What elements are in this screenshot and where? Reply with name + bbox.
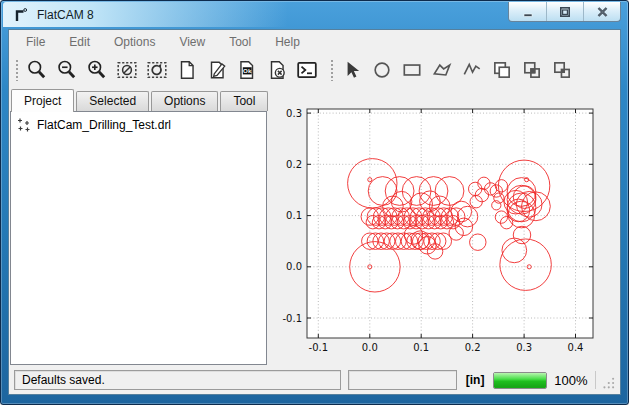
add-path-button[interactable] bbox=[457, 56, 487, 84]
plot-svg: -0.10.00.10.20.30.4-0.10.00.10.20.3 bbox=[271, 88, 618, 364]
status-bar: Defaults saved. [in] 100% bbox=[9, 367, 620, 394]
svg-text:0.3: 0.3 bbox=[516, 342, 532, 353]
clear-plot-button[interactable] bbox=[112, 56, 142, 84]
title-bar[interactable]: FlatCAM 8 bbox=[3, 2, 626, 29]
shell-icon bbox=[296, 59, 318, 81]
new-geometry-button[interactable] bbox=[172, 56, 202, 84]
cancel-edit-button[interactable] bbox=[262, 56, 292, 84]
add-circle-button[interactable] bbox=[367, 56, 397, 84]
zoom-in-icon bbox=[86, 59, 108, 81]
union-icon bbox=[491, 59, 513, 81]
tab-bar: Project Selected Options Tool bbox=[10, 88, 267, 111]
statusbar-separator bbox=[595, 371, 596, 389]
close-icon bbox=[596, 6, 609, 18]
project-tree: FlatCam_Drilling_Test.drl bbox=[10, 111, 267, 365]
menu-bar: File Edit Options View Tool Help bbox=[9, 30, 620, 53]
svg-text:-0.1: -0.1 bbox=[309, 342, 329, 353]
menu-file[interactable]: File bbox=[14, 32, 57, 52]
window-title: FlatCAM 8 bbox=[37, 2, 94, 29]
select-button[interactable] bbox=[337, 56, 367, 84]
svg-text:-0.1: -0.1 bbox=[282, 313, 302, 324]
svg-text:0.4: 0.4 bbox=[568, 342, 584, 353]
resize-grip[interactable] bbox=[603, 377, 616, 390]
menu-view[interactable]: View bbox=[167, 32, 217, 52]
drill-points-icon bbox=[16, 117, 32, 133]
tree-item-label: FlatCam_Drilling_Test.drl bbox=[37, 118, 171, 132]
intersection-button[interactable] bbox=[517, 56, 547, 84]
union-button[interactable] bbox=[487, 56, 517, 84]
minimize-button[interactable] bbox=[509, 2, 546, 21]
cancel-edit-icon bbox=[266, 59, 288, 81]
svg-text:Ok: Ok bbox=[243, 67, 252, 74]
add-polygon-icon bbox=[431, 59, 453, 81]
units-label: [in] bbox=[464, 373, 487, 387]
status-message: Defaults saved. bbox=[22, 373, 105, 387]
menu-edit[interactable]: Edit bbox=[57, 32, 102, 52]
svg-text:0.2: 0.2 bbox=[286, 159, 302, 170]
svg-text:0.1: 0.1 bbox=[286, 210, 302, 221]
zoom-in-button[interactable] bbox=[82, 56, 112, 84]
window-controls bbox=[508, 2, 621, 22]
status-message-box: Defaults saved. bbox=[14, 370, 341, 390]
close-button[interactable] bbox=[583, 2, 620, 21]
tab-options[interactable]: Options bbox=[151, 91, 218, 111]
edit-geometry-icon bbox=[206, 59, 228, 81]
client-area: File Edit Options View Tool Help bbox=[8, 29, 621, 395]
menu-help[interactable]: Help bbox=[263, 32, 312, 52]
progress-bar bbox=[493, 372, 547, 389]
add-rectangle-button[interactable] bbox=[397, 56, 427, 84]
status-position-box bbox=[348, 370, 456, 390]
progress-percent-label: 100% bbox=[554, 373, 587, 388]
minimize-icon bbox=[522, 6, 534, 18]
tab-tool[interactable]: Tool bbox=[220, 91, 268, 111]
menu-tool[interactable]: Tool bbox=[217, 32, 263, 52]
select-icon bbox=[341, 59, 363, 81]
edit-geometry-button[interactable] bbox=[202, 56, 232, 84]
svg-text:0.3: 0.3 bbox=[286, 108, 302, 119]
zoom-fit-icon bbox=[26, 59, 48, 81]
svg-text:0.0: 0.0 bbox=[362, 342, 378, 353]
app-window: FlatCAM 8 Fi bbox=[0, 0, 629, 405]
subtract-button[interactable] bbox=[547, 56, 577, 84]
add-circle-icon bbox=[371, 59, 393, 81]
tree-item-drill-file[interactable]: FlatCam_Drilling_Test.drl bbox=[14, 116, 263, 134]
clear-plot-icon bbox=[116, 59, 138, 81]
shell-button[interactable] bbox=[292, 56, 322, 84]
tab-project[interactable]: Project bbox=[11, 89, 74, 112]
main-area: Project Selected Options Tool bbox=[9, 87, 620, 367]
svg-text:0.0: 0.0 bbox=[286, 261, 302, 272]
toolbar-gripper[interactable] bbox=[330, 59, 334, 81]
menu-options[interactable]: Options bbox=[102, 32, 167, 52]
add-polygon-button[interactable] bbox=[427, 56, 457, 84]
update-geometry-ok-button[interactable]: Ok bbox=[232, 56, 262, 84]
svg-text:0.2: 0.2 bbox=[465, 342, 481, 353]
flatcam-logo-icon bbox=[12, 7, 29, 24]
maximize-button[interactable] bbox=[546, 2, 583, 21]
replot-button[interactable] bbox=[142, 56, 172, 84]
maximize-icon bbox=[559, 6, 571, 18]
toolbar: Ok bbox=[9, 53, 620, 87]
new-geometry-icon bbox=[176, 59, 198, 81]
svg-text:0.1: 0.1 bbox=[413, 342, 429, 353]
add-path-icon bbox=[461, 59, 483, 81]
update-geometry-ok-icon: Ok bbox=[236, 59, 258, 81]
toolbar-gripper[interactable] bbox=[15, 59, 19, 81]
plot-canvas[interactable]: -0.10.00.10.20.30.4-0.10.00.10.20.3 bbox=[271, 88, 618, 365]
replot-icon bbox=[146, 59, 168, 81]
left-panel: Project Selected Options Tool bbox=[10, 88, 267, 365]
progress-bar-fill bbox=[494, 373, 546, 388]
zoom-fit-button[interactable] bbox=[22, 56, 52, 84]
add-rectangle-icon bbox=[401, 59, 423, 81]
zoom-out-button[interactable] bbox=[52, 56, 82, 84]
tab-selected[interactable]: Selected bbox=[76, 91, 149, 111]
zoom-out-icon bbox=[56, 59, 78, 81]
subtract-icon bbox=[551, 59, 573, 81]
intersection-icon bbox=[521, 59, 543, 81]
